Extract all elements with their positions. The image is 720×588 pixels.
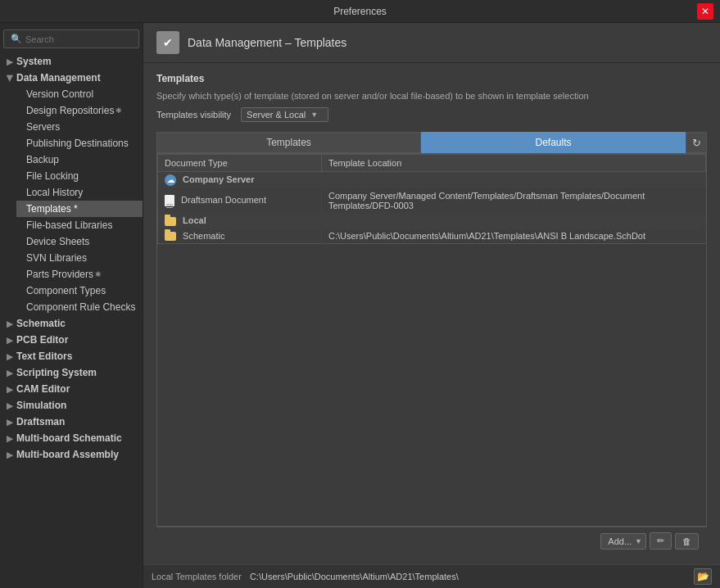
footer-path: C:\Users\Public\Documents\Altium\AD21\Te… [250, 572, 694, 581]
sidebar-item-scripting-system[interactable]: ▶ Scripting System [0, 364, 143, 381]
footer-folder-button[interactable]: 📂 [694, 568, 712, 585]
sidebar-item-label: Scripting System [16, 367, 97, 378]
arrow-icon: ▶ [7, 319, 13, 328]
content-header-title: Data Management – Templates [188, 36, 346, 49]
location-cell: Company Server/Managed Content/Templates… [322, 188, 706, 213]
sidebar-item-system[interactable]: ▶ System [0, 53, 143, 70]
sidebar-item-label: Multi-board Schematic [16, 432, 122, 444]
refresh-button[interactable]: ↻ [686, 132, 707, 153]
content-header-icon: ✔ [156, 31, 179, 54]
footer-label: Local Templates folder [152, 572, 242, 581]
folder-open-icon: 📂 [697, 571, 709, 582]
sidebar-item-label: Publishing Destinations [26, 138, 129, 149]
sidebar-item-label: Data Management [16, 72, 101, 84]
sidebar-item-label: Draftsman [16, 416, 65, 427]
sidebar-item-label: Text Editors [16, 351, 72, 362]
arrow-icon: ▶ [7, 369, 13, 378]
sidebar-item-label: Schematic [16, 318, 66, 329]
sidebar-item-label: Servers [26, 121, 60, 133]
sidebar-item-label: CAM Editor [16, 383, 70, 395]
content-body: Templates Specify which type(s) of templ… [143, 63, 720, 564]
bottom-bar: Add... ▼ ✏ 🗑 [156, 527, 707, 554]
sidebar-item-label: SVN Libraries [26, 252, 87, 264]
tabs-bar: Templates Defaults ↻ [156, 132, 707, 153]
arrow-icon: ▶ [7, 434, 13, 443]
sidebar-item-design-repositories[interactable]: Design Repositories ✱ [16, 102, 143, 119]
checkmark-icon: ✔ [163, 36, 173, 49]
sidebar-item-cam-editor[interactable]: ▶ CAM Editor [0, 381, 143, 397]
ext-indicator: ✱ [115, 106, 122, 115]
col-document-type: Document Type [158, 155, 322, 172]
sidebar-item-svn-libraries[interactable]: SVN Libraries [16, 250, 143, 266]
sidebar-item-label: Component Types [26, 285, 106, 296]
sidebar-item-draftsman[interactable]: ▶ Draftsman [0, 414, 143, 430]
sidebar-item-local-history[interactable]: Local History [16, 184, 143, 201]
edit-button[interactable]: ✏ [650, 532, 672, 550]
sidebar-item-schematic[interactable]: ▶ Schematic [0, 315, 143, 332]
refresh-icon: ↻ [692, 137, 701, 149]
sidebar-item-text-editors[interactable]: ▶ Text Editors [0, 348, 143, 364]
visibility-value: Server & Local [247, 110, 306, 120]
arrow-icon: ▶ [7, 352, 13, 361]
sidebar-item-component-types[interactable]: Component Types [16, 283, 143, 299]
sidebar-item-publishing-destinations[interactable]: Publishing Destinations [16, 135, 143, 152]
visibility-dropdown[interactable]: Server & Local ▼ [241, 107, 328, 122]
folder-icon [165, 232, 176, 241]
delete-icon: 🗑 [682, 536, 691, 546]
sidebar-item-label: Component Rule Checks [26, 301, 135, 313]
sidebar-item-backup[interactable]: Backup [16, 152, 143, 168]
col-template-location: Template Location [322, 155, 706, 172]
arrow-icon: ▶ [7, 336, 13, 345]
sidebar: 🔍 ▶ System ▶ Data Management Version Con… [0, 23, 143, 588]
sidebar-item-file-based-libraries[interactable]: File-based Libraries [16, 217, 143, 233]
tab-defaults[interactable]: Defaults [421, 132, 686, 153]
dropdown-arrow-icon: ▼ [310, 111, 318, 119]
table-group-local: Local [158, 213, 706, 228]
table-group-company-server: ☁ Company Server [158, 172, 706, 189]
sidebar-item-multiboard-schematic[interactable]: ▶ Multi-board Schematic [0, 430, 143, 446]
sidebar-item-file-locking[interactable]: File Locking [16, 168, 143, 184]
add-label: Add... [608, 536, 632, 546]
sidebar-item-data-management[interactable]: ▶ Data Management [0, 70, 143, 86]
arrow-icon: ▶ [6, 75, 15, 81]
folder-icon [165, 217, 176, 226]
table-wrapper: Document Type Template Location ☁ Compan… [156, 153, 707, 527]
table-row[interactable]: Draftsman Document Company Server/Manage… [158, 188, 706, 213]
sidebar-item-version-control[interactable]: Version Control [16, 86, 143, 102]
doc-type-cell: Schematic [158, 228, 322, 244]
arrow-icon: ▶ [7, 450, 13, 459]
sidebar-item-label: Version Control [26, 88, 93, 100]
add-dropdown-icon: ▼ [635, 537, 642, 545]
footer-bar: Local Templates folder C:\Users\Public\D… [143, 564, 720, 588]
section-description: Specify which type(s) of template (store… [156, 91, 707, 101]
sidebar-item-parts-providers[interactable]: Parts Providers ✱ [16, 266, 143, 283]
doc-type-value: Schematic [183, 231, 224, 241]
tab-templates[interactable]: Templates [156, 132, 421, 153]
add-button[interactable]: Add... ▼ [600, 533, 646, 550]
arrow-icon: ▶ [7, 418, 13, 427]
arrow-icon: ▶ [7, 385, 13, 394]
sidebar-item-multiboard-assembly[interactable]: ▶ Multi-board Assembly [0, 446, 143, 463]
sidebar-item-device-sheets[interactable]: Device Sheets [16, 233, 143, 250]
sidebar-item-label: System [16, 56, 52, 67]
sidebar-item-servers[interactable]: Servers [16, 119, 143, 135]
sidebar-item-simulation[interactable]: ▶ Simulation [0, 397, 143, 414]
sidebar-item-label: Device Sheets [26, 236, 89, 247]
delete-button[interactable]: 🗑 [675, 533, 699, 550]
sidebar-item-pcb-editor[interactable]: ▶ PCB Editor [0, 332, 143, 348]
sidebar-item-label: Local History [26, 187, 83, 198]
sidebar-item-label: Multi-board Assembly [16, 449, 119, 460]
main-layout: 🔍 ▶ System ▶ Data Management Version Con… [0, 23, 720, 588]
sidebar-item-component-rule-checks[interactable]: Component Rule Checks [16, 299, 143, 315]
search-icon: 🔍 [11, 34, 22, 44]
sidebar-item-label: Simulation [16, 400, 66, 411]
close-button[interactable]: ✕ [697, 3, 713, 20]
sidebar-item-templates[interactable]: Templates * [16, 201, 143, 217]
search-input[interactable] [25, 34, 132, 44]
document-icon [165, 195, 174, 206]
sidebar-search-container[interactable]: 🔍 [3, 29, 139, 48]
table-row[interactable]: Schematic C:\Users\Public\Documents\Alti… [158, 228, 706, 244]
ext-indicator: ✱ [95, 270, 102, 278]
visibility-row: Templates visibility Server & Local ▼ [156, 107, 707, 122]
window-title: Preferences [23, 6, 697, 17]
